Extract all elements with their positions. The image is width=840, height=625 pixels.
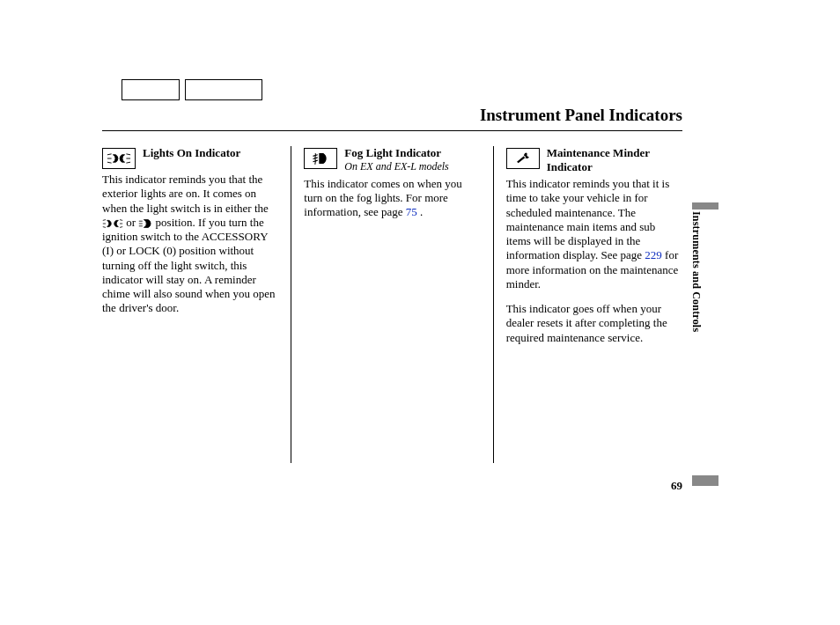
body-text: This indicator reminds you that the exte… [102, 173, 278, 316]
section-header: Lights On Indicator [102, 146, 278, 169]
page-title: Instrument Panel Indicators [480, 106, 682, 125]
section-side-label: Instruments and Controls [689, 211, 703, 332]
svg-line-9 [120, 219, 122, 220]
wrench-icon [506, 148, 540, 169]
thumb-index-tab [692, 475, 718, 486]
outline-box [122, 79, 180, 100]
fog-light-icon [304, 148, 337, 169]
svg-line-5 [126, 162, 130, 163]
svg-line-11 [120, 226, 122, 227]
section-header: Fog Light Indicator On EX and EX-L model… [304, 146, 480, 173]
lights-on-icon [102, 148, 136, 169]
text: This indicator goes off when your dealer… [506, 302, 682, 345]
page-reference-link[interactable]: 75 [406, 205, 417, 218]
outline-box [185, 79, 262, 100]
page-reference-link[interactable]: 229 [645, 248, 662, 261]
section-subtitle: On EX and EX-L models [344, 160, 448, 173]
column-maintenance-minder: Maintenance Minder Indicator This indica… [494, 146, 682, 463]
svg-line-3 [126, 154, 130, 155]
thumb-index-tab [692, 202, 718, 210]
title-rule [102, 130, 682, 131]
svg-line-0 [107, 154, 112, 155]
parking-light-icon [102, 218, 123, 229]
body-text: This indicator reminds you that it is ti… [506, 177, 682, 345]
column-lights-on: Lights On Indicator This indicator remin… [102, 146, 291, 463]
body-text: This indicator comes on when you turn on… [304, 177, 480, 220]
section-title: Lights On Indicator [143, 146, 240, 160]
text: This indicator reminds you that the exte… [102, 173, 269, 215]
text: position. If you turn the ignition switc… [102, 216, 275, 315]
section-title: Maintenance Minder Indicator [547, 146, 682, 173]
headlight-icon [138, 218, 152, 229]
section-header: Maintenance Minder Indicator [506, 146, 682, 173]
svg-line-6 [103, 219, 106, 220]
text: or [126, 216, 138, 229]
text: This indicator comes on when you turn on… [304, 177, 461, 219]
text: . [420, 205, 423, 218]
columns: Lights On Indicator This indicator remin… [102, 146, 682, 463]
svg-line-2 [107, 162, 112, 163]
top-tabs [122, 79, 262, 100]
svg-line-8 [103, 226, 106, 227]
section-title: Fog Light Indicator [344, 146, 448, 160]
page: Instrument Panel Indicators [0, 0, 840, 625]
page-number: 69 [671, 479, 682, 493]
section-heading-block: Fog Light Indicator On EX and EX-L model… [344, 146, 448, 173]
column-fog-light: Fog Light Indicator On EX and EX-L model… [291, 146, 492, 463]
